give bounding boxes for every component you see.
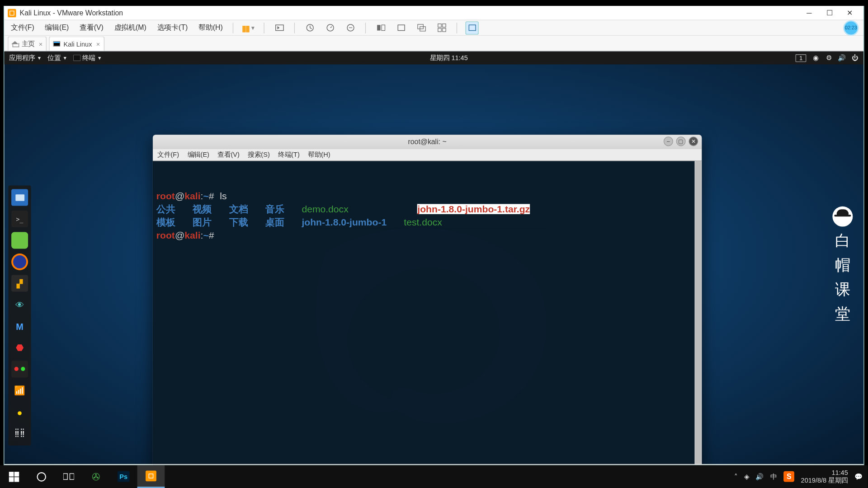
term-menu-file[interactable]: 文件(F): [157, 150, 179, 160]
terminal-titlebar[interactable]: root@kali: ~ – ▢ ✕: [153, 135, 702, 149]
svg-rect-6: [398, 25, 405, 30]
tab-kali[interactable]: Kali Linux ×: [49, 37, 104, 51]
menu-vm[interactable]: 虚拟机(M): [113, 22, 148, 34]
revert-snapshot-icon[interactable]: [344, 21, 357, 34]
power-button[interactable]: ▮▮▼: [242, 23, 255, 33]
tray-clock[interactable]: 11:45 2019/8/8 星期四: [801, 469, 848, 484]
power-icon[interactable]: ⏻: [852, 54, 859, 61]
vm-display-area[interactable]: 应用程序▼ 位置▼ 终端▼ 星期四 11:45 1 ◉ ⚙ 🔊 ⏻ >_: [4, 52, 863, 465]
dock-app-green-icon[interactable]: [11, 232, 28, 249]
kali-menu-apps[interactable]: 应用程序▼: [9, 53, 42, 62]
fullscreen-icon[interactable]: [395, 21, 408, 34]
svg-rect-16: [63, 474, 67, 479]
close-tab-icon[interactable]: ×: [96, 40, 100, 47]
dock-show-apps-icon[interactable]: ⠿⠿⠿⠿: [11, 425, 28, 442]
workspace-indicator[interactable]: 1: [796, 54, 806, 61]
terminal-body[interactable]: root@kali:~# ls 公共 视频 文档 音乐 demo.docx jo…: [153, 161, 702, 465]
dock-metasploit-icon[interactable]: M: [11, 318, 28, 335]
svg-rect-14: [73, 55, 80, 61]
dock-recorder-icon[interactable]: [11, 361, 28, 378]
term-menu-edit[interactable]: 编辑(E): [188, 150, 209, 160]
host-titlebar[interactable]: Kali Linux - VMware Workstation ─ ☐ ✕: [4, 6, 863, 20]
svg-rect-10: [442, 24, 445, 27]
dock-firefox-icon[interactable]: [11, 253, 28, 270]
kali-clock[interactable]: 星期四 11:45: [108, 53, 790, 62]
host-menubar: 文件(F) 编辑(E) 查看(V) 虚拟机(M) 选项卡(T) 帮助(H) ▮▮…: [4, 20, 863, 36]
maximize-button[interactable]: ☐: [819, 6, 840, 19]
tray-action-center-icon[interactable]: 💬: [854, 473, 863, 480]
terminal-title: root@kali: ~: [408, 138, 447, 146]
term-menu-terminal[interactable]: 终端(T): [278, 150, 300, 160]
terminal-window[interactable]: root@kali: ~ – ▢ ✕ 文件(F) 编辑(E) 查看(V) 搜索(…: [153, 135, 702, 465]
tray-ime-icon[interactable]: 中: [770, 472, 777, 481]
vm-icon: [53, 41, 61, 47]
kali-menu-places[interactable]: 位置▼: [47, 53, 67, 62]
cortana-icon[interactable]: [28, 465, 55, 488]
tray-volume-icon[interactable]: 🔊: [755, 473, 764, 480]
tab-kali-label: Kali Linux: [63, 40, 92, 47]
menu-help[interactable]: 帮助(H): [197, 22, 225, 34]
recorder-icon[interactable]: ◉: [812, 54, 820, 61]
vmware-icon: [8, 9, 16, 17]
volume-icon[interactable]: 🔊: [839, 54, 846, 61]
close-tab-icon[interactable]: ×: [39, 40, 42, 47]
menu-tabs[interactable]: 选项卡(T): [156, 22, 190, 34]
terminal-close-button[interactable]: ✕: [689, 136, 698, 146]
close-button[interactable]: ✕: [840, 6, 860, 19]
menu-edit[interactable]: 编辑(E): [43, 22, 71, 34]
start-button[interactable]: [0, 465, 28, 488]
home-icon: [12, 41, 19, 47]
dock-terminal-icon[interactable]: >_: [11, 211, 28, 227]
menu-file[interactable]: 文件(F): [9, 22, 36, 34]
stretch-icon[interactable]: [466, 21, 479, 34]
tab-home[interactable]: 主页 ×: [8, 37, 47, 51]
kali-topbar: 应用程序▼ 位置▼ 终端▼ 星期四 11:45 1 ◉ ⚙ 🔊 ⏻: [4, 52, 863, 65]
tray-expand-icon[interactable]: ˄: [734, 473, 738, 480]
highlighted-file: john-1.8.0-jumbo-1.tar.gz: [417, 204, 530, 214]
terminal-scrollbar[interactable]: [694, 161, 702, 465]
settings-icon[interactable]: ⚙: [826, 54, 833, 61]
taskbar-photoshop-icon[interactable]: Ps: [110, 465, 137, 488]
term-menu-help[interactable]: 帮助(H): [308, 150, 330, 160]
minimize-button[interactable]: ─: [799, 6, 819, 19]
svg-rect-12: [442, 28, 445, 32]
windows-taskbar: ✇ Ps ˄ ◈ 🔊 中 S 11:45 2019/8/8 星期四 💬: [0, 465, 868, 488]
dock-editor-icon[interactable]: ▞: [11, 275, 28, 292]
dock-files-icon[interactable]: [11, 189, 28, 206]
snapshot-manager-icon[interactable]: [324, 21, 337, 34]
system-tray: ˄ ◈ 🔊 中 S 11:45 2019/8/8 星期四 💬: [729, 469, 868, 484]
terminal-maximize-button[interactable]: ▢: [676, 136, 686, 146]
unity-icon[interactable]: [415, 21, 428, 34]
fit-guest-icon[interactable]: [374, 21, 387, 34]
hat-icon: [832, 206, 853, 227]
snapshot-icon[interactable]: [303, 21, 316, 34]
terminal-minimize-button[interactable]: –: [664, 136, 673, 146]
svg-rect-0: [275, 25, 283, 30]
svg-rect-5: [382, 25, 385, 30]
thumbnail-icon[interactable]: [435, 21, 448, 34]
host-tab-strip: 主页 × Kali Linux ×: [4, 36, 863, 51]
taskbar-vmware-icon[interactable]: [137, 465, 165, 488]
svg-rect-9: [438, 24, 441, 27]
kali-menu-terminal[interactable]: 终端▼: [73, 53, 102, 62]
svg-point-15: [37, 472, 45, 480]
tray-sogou-icon[interactable]: S: [783, 471, 794, 482]
taskbar-wechat-icon[interactable]: ✇: [82, 465, 110, 488]
kali-dock: >_ ▞ 👁 M ⬣ 📶 ● ⠿⠿⠿⠿: [8, 186, 31, 446]
dock-eye-icon[interactable]: 👁: [11, 296, 28, 313]
term-menu-view[interactable]: 查看(V): [217, 150, 239, 160]
dock-wifi-icon[interactable]: 📶: [11, 382, 28, 399]
timer-badge: 02:23: [843, 20, 859, 35]
dock-cherrytree-icon[interactable]: ⬣: [11, 339, 28, 356]
tray-network-icon[interactable]: ◈: [744, 473, 749, 480]
dock-bulb-icon[interactable]: ●: [11, 404, 28, 421]
vmware-window: Kali Linux - VMware Workstation ─ ☐ ✕ 文件…: [4, 6, 864, 465]
svg-rect-13: [469, 25, 476, 30]
svg-rect-11: [438, 28, 441, 32]
menu-view[interactable]: 查看(V): [78, 22, 105, 34]
svg-rect-4: [377, 25, 380, 30]
tab-home-label: 主页: [22, 39, 35, 48]
term-menu-search[interactable]: 搜索(S): [248, 150, 269, 160]
send-ctrl-alt-del-icon[interactable]: [273, 21, 286, 34]
task-view-icon[interactable]: [55, 465, 82, 488]
